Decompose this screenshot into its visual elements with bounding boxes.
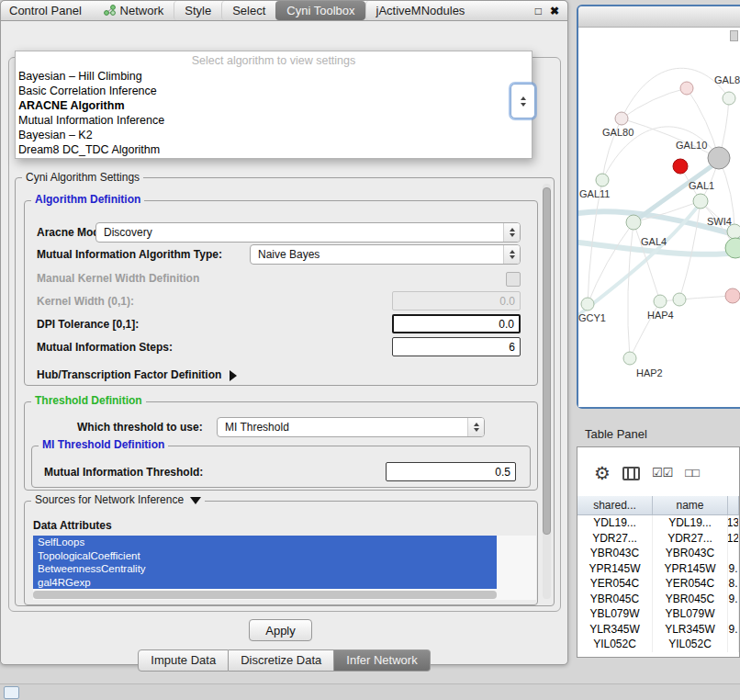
tab-infer-network[interactable]: Infer Network	[334, 649, 430, 672]
table-cell: YIL052C	[577, 637, 653, 652]
manual-kernel-checkbox[interactable]	[506, 272, 521, 287]
aracne-mode-select[interactable]: Discovery	[95, 222, 521, 243]
tab-label: Select	[232, 4, 265, 17]
node-label-gal8: GAL8	[714, 74, 740, 85]
algorithm-combobox-stepper[interactable]	[510, 84, 535, 119]
list-item-selfloops[interactable]: SelfLoops	[33, 536, 497, 549]
network-node-hap4[interactable]	[654, 295, 667, 308]
table-cell: YLR345W	[577, 622, 653, 638]
table-cell: 13	[728, 515, 739, 531]
network-node-gal8[interactable]	[723, 92, 735, 105]
dpi-tolerance-input[interactable]	[392, 314, 521, 333]
table-cell	[728, 637, 739, 652]
tab-label: jActiveMNodules	[376, 4, 465, 17]
list-item-gal4rgexp[interactable]: gal4RGexp	[33, 576, 497, 590]
horizontal-scrollbar-thumb[interactable]	[33, 591, 497, 599]
node-label-gal11: GAL11	[579, 188, 610, 199]
table-row[interactable]: YBR043CYBR043C	[577, 546, 739, 561]
tab-discretize-data[interactable]: Discretize Data	[229, 649, 334, 672]
dropdown-item-dream8-dc-tdc-algorithm[interactable]: Dream8 DC_TDC Algorithm	[16, 142, 532, 157]
list-item-topologicalcoefficient[interactable]: TopologicalCoefficient	[33, 549, 497, 563]
sources-group-title[interactable]: Sources for Network Inference	[31, 494, 205, 506]
gear-icon[interactable]: ⚙	[594, 463, 611, 483]
node-label-hap4: HAP4	[647, 310, 674, 321]
bottom-tab-group: Impute DataDiscretize DataInfer Network	[138, 649, 430, 672]
sources-title-text: Sources for Network Inference	[35, 493, 184, 506]
network-canvas[interactable]: GAL8GAL80GAL10GAL11GAL1SWI4GAL4GCY1HAP4H…	[578, 27, 740, 407]
network-window-titlebar[interactable]	[578, 6, 740, 28]
network-node[interactable]	[673, 293, 686, 306]
network-node-hap2[interactable]	[623, 352, 636, 365]
dropdown-item-aracne-algorithm[interactable]: ARACNE Algorithm	[16, 98, 532, 113]
tab-style[interactable]: Style	[174, 1, 221, 20]
column-header-name[interactable]: name	[653, 496, 728, 514]
table-cell: 8.	[728, 576, 739, 592]
stepper-down-icon	[521, 103, 526, 107]
hub-definition-expander[interactable]: Hub/Transcription Factor Definition	[37, 366, 237, 384]
select-all-icon[interactable]: ☑☑	[652, 463, 673, 483]
stepper-up-icon	[521, 96, 526, 100]
dropdown-item-bayesian-hill-climbing[interactable]: Bayesian – Hill Climbing	[16, 69, 532, 84]
table-row[interactable]: YER054CYER054C8.	[577, 576, 739, 592]
table-row[interactable]: YIL052CYIL052C	[577, 637, 739, 652]
node-label-gal4: GAL4	[641, 236, 667, 247]
tab-network[interactable]: Network	[94, 1, 174, 20]
tab-jactivemnodules[interactable]: jActiveMNodules	[365, 1, 476, 20]
network-scrollbar-box[interactable]	[730, 30, 738, 41]
tab-cyni-toolbox[interactable]: Cyni Toolbox	[275, 1, 364, 20]
dropdown-item-mutual-information-inference[interactable]: Mutual Information Inference	[16, 113, 532, 128]
mi-steps-input[interactable]	[392, 337, 521, 356]
tab-impute-data[interactable]: Impute Data	[138, 649, 229, 672]
columns-icon[interactable]	[622, 467, 640, 480]
network-node[interactable]	[725, 288, 740, 303]
mi-threshold-input[interactable]	[386, 462, 516, 481]
network-edge	[633, 222, 660, 301]
column-header-shared[interactable]: shared...	[577, 496, 653, 514]
data-attributes-list[interactable]: SelfLoopsTopologicalCoefficientBetweenne…	[33, 536, 536, 600]
tab-label: Cyni Toolbox	[286, 4, 354, 17]
dropdown-item-basic-correlation-inference[interactable]: Basic Correlation Inference	[16, 84, 532, 98]
apply-button[interactable]: Apply	[249, 619, 312, 641]
node-label-gcy1: GCY1	[578, 312, 606, 323]
network-node-gal10[interactable]	[708, 147, 730, 169]
table-row[interactable]: YBL079WYBL079W	[577, 606, 739, 622]
table-row[interactable]: YLR345WYLR345W9.	[577, 622, 739, 638]
node-label-hap2: HAP2	[636, 367, 663, 378]
dropdown-item-bayesian-k2[interactable]: Bayesian – K2	[16, 128, 532, 142]
network-node-gal1[interactable]	[693, 194, 708, 209]
table-cell: YBR043C	[653, 546, 728, 561]
table-cell: YIL052C	[653, 637, 728, 652]
network-node[interactable]	[673, 159, 688, 174]
table-row[interactable]: YDL19...YDL19...13	[577, 515, 739, 531]
tab-select[interactable]: Select	[221, 1, 275, 20]
table-cell	[728, 546, 739, 561]
table-cell: 9.	[728, 592, 739, 607]
mi-algorithm-type-select[interactable]: Naive Bayes	[250, 244, 521, 265]
list-item-betweennesscentrality[interactable]: BetweennessCentrality	[33, 562, 497, 576]
network-edge	[622, 68, 729, 119]
which-threshold-select[interactable]: MI Threshold	[217, 417, 485, 437]
bottom-panel-strip	[0, 683, 740, 700]
table-body[interactable]: YDL19...YDL19...13YDR27...YDR27...12YBR0…	[577, 515, 739, 657]
threshold-definition-title: Threshold Definition	[31, 395, 146, 407]
table-panel-title: Table Panel	[585, 427, 647, 442]
network-node-gcy1[interactable]	[581, 298, 594, 310]
table-cell: YBR043C	[577, 546, 653, 561]
network-node-gal11[interactable]	[596, 174, 609, 186]
column-header-2[interactable]	[728, 496, 739, 514]
network-node-gal4[interactable]	[626, 215, 641, 230]
table-row[interactable]: YPR145WYPR145W9.	[577, 561, 739, 577]
network-node-gal80[interactable]	[615, 112, 628, 125]
network-graph: GAL8GAL80GAL10GAL11GAL1SWI4GAL4GCY1HAP4H…	[578, 27, 740, 407]
table-row[interactable]: YDR27...YDR27...12	[577, 531, 739, 547]
deselect-all-icon[interactable]: □□	[685, 463, 700, 483]
mi-algorithm-type-label: Mutual Information Algorithm Type:	[37, 244, 222, 265]
table-row[interactable]: YBR045CYBR045C9.	[577, 592, 739, 607]
settings-scrollbar-thumb[interactable]	[543, 187, 551, 535]
network-node[interactable]	[680, 82, 693, 95]
panel-handle-icon[interactable]	[4, 686, 19, 699]
kernel-width-input[interactable]	[392, 291, 521, 310]
network-edge	[660, 296, 733, 301]
table-cell: YBR045C	[577, 592, 653, 607]
stepper-icon	[467, 418, 484, 436]
